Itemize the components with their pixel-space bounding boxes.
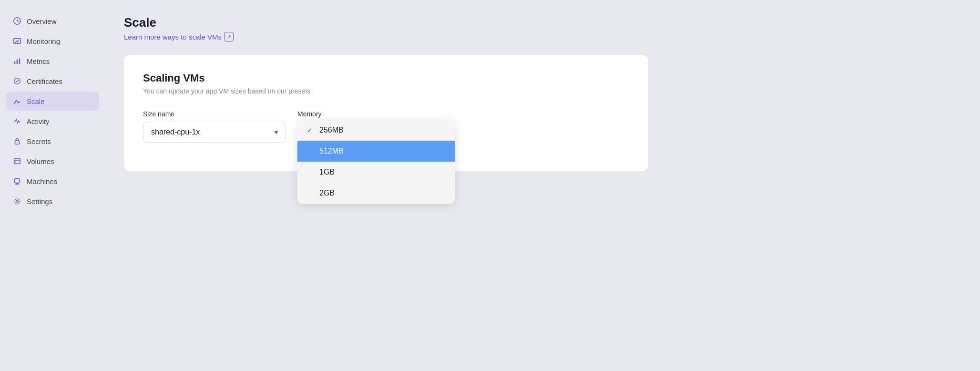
sidebar-item-machines-label: Machines: [27, 177, 57, 186]
overview-icon: [12, 16, 22, 26]
size-name-label: Size name: [143, 110, 286, 118]
secrets-icon: [12, 136, 22, 146]
svg-rect-4: [19, 59, 20, 64]
memory-group: Memory ✓ 256MB 512MB 1GB: [297, 110, 322, 118]
sidebar-item-overview[interactable]: Overview: [6, 11, 99, 31]
scaling-card: Scaling VMs You can update your app VM s…: [124, 55, 648, 171]
check-256mb-icon: ✓: [307, 126, 315, 134]
svg-rect-7: [15, 141, 20, 144]
memory-label: Memory: [297, 110, 322, 118]
monitoring-icon: [12, 36, 22, 46]
memory-option-512mb-label: 512MB: [319, 147, 344, 155]
memory-option-2gb[interactable]: 2GB: [297, 183, 455, 204]
sidebar-item-metrics[interactable]: Metrics: [6, 52, 99, 71]
sidebar-item-certificates[interactable]: Certificates: [6, 72, 99, 91]
main-content: Scale Learn more ways to scale VMs ↗ Sca…: [105, 0, 980, 371]
metrics-icon: [12, 56, 22, 66]
memory-option-1gb[interactable]: 1GB: [297, 162, 455, 183]
form-row: Size name shared-cpu-1x ▾ Memory ✓ 256MB: [143, 110, 629, 148]
svg-rect-10: [15, 179, 20, 183]
sidebar-item-certificates-label: Certificates: [27, 77, 62, 85]
memory-option-1gb-label: 1GB: [319, 168, 335, 176]
certificates-icon: [12, 76, 22, 86]
external-link-icon: ↗: [224, 32, 234, 41]
volumes-icon: [12, 156, 22, 166]
svg-rect-11: [16, 183, 18, 184]
settings-icon: [12, 196, 22, 206]
memory-option-256mb-label: 256MB: [319, 126, 344, 134]
chevron-down-icon: ▾: [275, 128, 278, 136]
sidebar-item-monitoring-label: Monitoring: [27, 37, 60, 45]
sidebar-item-settings[interactable]: Settings: [6, 192, 99, 211]
memory-dropdown: ✓ 256MB 512MB 1GB 2GB: [297, 120, 455, 204]
svg-rect-3: [17, 60, 18, 64]
svg-point-12: [16, 200, 19, 203]
sidebar-item-scale[interactable]: Scale: [6, 92, 99, 111]
learn-more-text: Learn more ways to scale VMs: [124, 33, 222, 41]
machines-icon: [12, 176, 22, 186]
card-description: You can update your app VM sizes based o…: [143, 87, 629, 95]
svg-rect-2: [14, 62, 16, 64]
memory-option-512mb[interactable]: 512MB: [297, 141, 455, 162]
sidebar-item-metrics-label: Metrics: [27, 57, 50, 65]
sidebar-item-volumes[interactable]: Volumes: [6, 152, 99, 171]
svg-rect-1: [14, 39, 20, 44]
size-name-value: shared-cpu-1x: [151, 128, 200, 136]
sidebar-item-scale-label: Scale: [27, 97, 45, 105]
page-title: Scale: [124, 15, 961, 30]
sidebar-item-secrets-label: Secrets: [27, 137, 51, 145]
svg-rect-8: [14, 159, 20, 164]
sidebar-item-volumes-label: Volumes: [27, 157, 54, 165]
memory-option-2gb-label: 2GB: [319, 189, 335, 197]
size-name-select-wrapper: shared-cpu-1x ▾: [143, 122, 286, 143]
svg-point-6: [14, 103, 15, 104]
sidebar-item-activity-label: Activity: [27, 117, 50, 125]
card-title: Scaling VMs: [143, 72, 629, 84]
activity-icon: [12, 116, 22, 126]
size-name-select[interactable]: shared-cpu-1x ▾: [143, 122, 286, 143]
sidebar-item-machines[interactable]: Machines: [6, 172, 99, 191]
sidebar-item-activity[interactable]: Activity: [6, 112, 99, 131]
scale-icon: [12, 96, 22, 106]
memory-option-256mb[interactable]: ✓ 256MB: [297, 120, 455, 141]
svg-point-9: [15, 161, 16, 162]
sidebar-item-settings-label: Settings: [27, 197, 52, 206]
sidebar-item-secrets[interactable]: Secrets: [6, 132, 99, 151]
size-name-group: Size name shared-cpu-1x ▾: [143, 110, 286, 143]
sidebar: Overview Monitoring Metrics Certificates…: [0, 0, 105, 371]
learn-more-link[interactable]: Learn more ways to scale VMs ↗: [124, 32, 234, 41]
sidebar-item-monitoring[interactable]: Monitoring: [6, 31, 99, 51]
sidebar-item-overview-label: Overview: [27, 17, 57, 25]
